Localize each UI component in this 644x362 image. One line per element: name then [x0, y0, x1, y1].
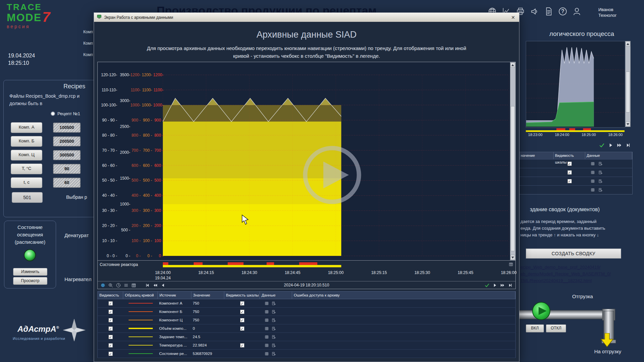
- accept-icon[interactable]: [599, 142, 605, 148]
- lighting-view-button[interactable]: Просмотр: [13, 277, 47, 285]
- visibility-checkbox[interactable]: ✓: [108, 318, 113, 322]
- grid-icon[interactable]: [591, 162, 595, 166]
- legend-sample-cell: [123, 350, 158, 358]
- help-icon[interactable]: ?: [558, 7, 567, 16]
- svg-text:500 -: 500 -: [121, 228, 130, 232]
- export-icon[interactable]: [598, 188, 603, 192]
- scrollbar-thumb[interactable]: [511, 106, 515, 251]
- scale-visibility-checkbox[interactable]: ✓: [240, 301, 244, 306]
- play-icon[interactable]: [608, 142, 613, 148]
- accept-icon[interactable]: [485, 283, 490, 288]
- recipe-button-1[interactable]: Комп. А: [11, 122, 42, 133]
- scrollbar-thumb[interactable]: [626, 72, 630, 112]
- play-icon[interactable]: [492, 283, 497, 288]
- report-link-1[interactable]: ecipe_Web_demo_base_prof_20240419/: [520, 265, 600, 270]
- grid-icon[interactable]: [265, 310, 269, 314]
- scale-visibility-checkbox[interactable]: ✓: [240, 318, 244, 322]
- first-icon[interactable]: [145, 283, 150, 288]
- scale-visibility-checkbox[interactable]: ✓: [567, 162, 572, 166]
- export-icon[interactable]: [598, 162, 603, 166]
- forward-icon[interactable]: [500, 283, 505, 288]
- svg-text:0 -: 0 -: [159, 254, 164, 258]
- reactor-data-icon[interactable]: [509, 262, 513, 268]
- pump-on-button[interactable]: ВКЛ: [526, 324, 544, 332]
- scroll-up-icon[interactable]: [626, 41, 630, 46]
- visibility-checkbox[interactable]: ✓: [108, 343, 113, 348]
- recipe-value-1[interactable]: 100500: [53, 123, 81, 133]
- recipe-button-4[interactable]: Т, °С: [11, 164, 42, 174]
- process-trend-chart[interactable]: [526, 41, 625, 128]
- scale-visibility-checkbox[interactable]: ✓: [567, 179, 572, 183]
- export-icon[interactable]: [598, 170, 603, 175]
- time-tick-label: 18:26:00: [501, 270, 517, 275]
- recipe-value-5[interactable]: 60: [53, 178, 81, 188]
- rewind-icon[interactable]: [153, 283, 158, 288]
- clock-icon[interactable]: [116, 283, 121, 288]
- grid-icon[interactable]: [265, 301, 269, 306]
- recipe-value-2[interactable]: 200500: [53, 136, 81, 146]
- recipe-radio[interactable]: Рецепт №1: [51, 111, 80, 116]
- grid-icon[interactable]: [265, 326, 269, 331]
- svg-text:400 -: 400 -: [132, 193, 141, 198]
- forward-icon[interactable]: [616, 142, 622, 148]
- grid-icon[interactable]: [591, 170, 595, 175]
- recipe-value-4[interactable]: 90: [53, 164, 81, 174]
- visibility-checkbox[interactable]: ✓: [108, 310, 113, 314]
- export-icon[interactable]: [272, 352, 276, 356]
- grid-icon[interactable]: [591, 179, 595, 183]
- step-back-icon[interactable]: [160, 283, 166, 288]
- horn-icon[interactable]: [530, 7, 539, 16]
- last-icon[interactable]: [625, 142, 631, 148]
- export-icon[interactable]: [598, 179, 603, 183]
- recipe-button-5[interactable]: t, с: [11, 177, 42, 188]
- visibility-checkbox[interactable]: ✓: [108, 301, 113, 306]
- legend-scale-visibility-cell: ✓: [224, 341, 260, 349]
- scale-visibility-checkbox[interactable]: ✓: [240, 310, 244, 314]
- grid-icon[interactable]: [591, 188, 595, 192]
- recipe-total-field[interactable]: 501: [12, 192, 43, 203]
- recipe-button-3[interactable]: Комп. Ц: [11, 150, 42, 161]
- scroll-down-icon[interactable]: [626, 122, 630, 127]
- visibility-checkbox[interactable]: ✓: [108, 335, 113, 339]
- scale-visibility-checkbox[interactable]: ✓: [240, 326, 244, 331]
- list-icon[interactable]: [124, 283, 129, 288]
- visibility-checkbox[interactable]: ✓: [108, 326, 113, 331]
- export-icon[interactable]: [272, 335, 276, 339]
- visibility-checkbox[interactable]: ✓: [108, 352, 113, 356]
- user-icon[interactable]: [572, 7, 582, 16]
- export-icon[interactable]: [272, 301, 276, 306]
- trend-scrollbar[interactable]: [510, 62, 515, 260]
- close-icon[interactable]: ✕: [510, 14, 516, 21]
- grid-icon[interactable]: [265, 318, 269, 322]
- calendar-icon[interactable]: [131, 283, 136, 288]
- process-trend-scrollbar[interactable]: [625, 41, 631, 127]
- document-icon[interactable]: [544, 7, 553, 16]
- svg-text:300 -: 300 -: [132, 208, 141, 213]
- create-report-button[interactable]: СОЗДАТЬ СВОДКУ: [526, 248, 621, 259]
- report-link-2[interactable]: eb_demo/Modell_Recipe_Web_BASE/RTM_0/: [520, 271, 611, 276]
- last-icon[interactable]: [508, 283, 513, 288]
- export-icon[interactable]: [272, 343, 276, 348]
- curve-sample: [129, 336, 153, 337]
- export-icon[interactable]: [272, 318, 276, 322]
- zoom-in-icon[interactable]: [108, 283, 113, 288]
- pump-off-button[interactable]: ОТКЛ: [546, 324, 566, 332]
- grid-icon[interactable]: [265, 343, 269, 348]
- svg-text:800 -: 800 -: [154, 133, 164, 138]
- trend-plot[interactable]: 0 - 0 -10 - 10 -20 - 20 -30 - 30 -40 - 4…: [98, 62, 510, 260]
- world-icon[interactable]: [100, 283, 105, 288]
- grid-icon[interactable]: [265, 335, 269, 339]
- svg-text:0 -: 0 -: [136, 254, 141, 258]
- export-icon[interactable]: [272, 310, 276, 314]
- scroll-up-icon[interactable]: [510, 62, 515, 67]
- scale-visibility-checkbox[interactable]: ✓: [240, 343, 244, 348]
- recipe-value-3[interactable]: 300500: [53, 150, 81, 160]
- lighting-edit-button[interactable]: Изменить: [13, 268, 47, 276]
- dialog-titlebar[interactable]: Экран Работа с архивными данными ✕: [94, 13, 519, 22]
- scroll-down-icon[interactable]: [510, 255, 515, 260]
- grid-icon[interactable]: [265, 352, 269, 356]
- report-link-3[interactable]: TML/Report20240419__182342.html: [520, 278, 592, 283]
- recipe-button-2[interactable]: Комп. Б: [11, 136, 42, 147]
- scale-visibility-checkbox[interactable]: ✓: [567, 170, 572, 175]
- export-icon[interactable]: [272, 326, 276, 331]
